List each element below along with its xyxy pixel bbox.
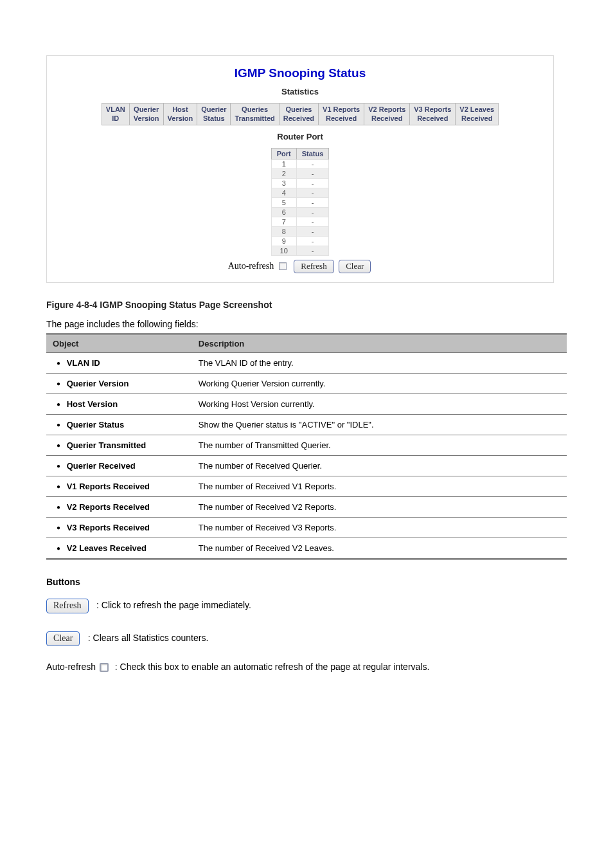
table-row: ● Querier VersionWorking Querier Version…	[46, 374, 567, 394]
table-row: 5-	[271, 197, 329, 207]
table-row: ● V2 Leaves ReceivedThe number of Receiv…	[46, 538, 567, 559]
refresh-button[interactable]: Refresh	[294, 260, 333, 274]
object-cell: ● Host Version	[46, 394, 192, 415]
status-cell: -	[296, 217, 329, 226]
desc-cell: The number of Received V2 Reports.	[192, 497, 567, 518]
object-cell: ● V3 Reports Received	[46, 518, 192, 538]
status-cell: -	[296, 188, 329, 197]
status-cell: -	[296, 159, 329, 168]
table-row: 10-	[271, 246, 329, 255]
stats-col: V2 Reports Received	[364, 104, 410, 125]
status-cell: -	[296, 168, 329, 178]
stats-col: VLAN ID	[102, 104, 129, 125]
router-col: Port	[271, 148, 296, 159]
desc-cell: The number of Received V2 Leaves.	[192, 538, 567, 559]
table-row: 3-	[271, 178, 329, 188]
stats-col: Querier Version	[129, 104, 163, 125]
table-row: ● V3 Reports ReceivedThe number of Recei…	[46, 518, 567, 538]
desc-cell: The number of Received V1 Reports.	[192, 476, 567, 497]
stats-col: V2 Leaves Received	[456, 104, 499, 125]
port-cell: 6	[271, 207, 296, 217]
port-cell: 1	[271, 159, 296, 168]
desc-cell: Working Host Version currently.	[192, 394, 567, 415]
router-col: Status	[296, 148, 329, 159]
status-cell: -	[296, 246, 329, 255]
table-row: 6-	[271, 207, 329, 217]
table-row: 2-	[271, 168, 329, 178]
status-cell: -	[296, 207, 329, 217]
buttons-heading: Buttons	[46, 577, 567, 587]
col-description: Description	[192, 334, 567, 353]
table-row: ● Querier ReceivedThe number of Received…	[46, 456, 567, 476]
router-port-table: PortStatus 1-2-3-4-5-6-7-8-9-10-	[271, 148, 330, 256]
statistics-heading: Statistics	[52, 87, 548, 96]
status-cell: -	[296, 178, 329, 188]
desc-cell: Show the Querier status is "ACTIVE" or "…	[192, 415, 567, 435]
table-row: 8-	[271, 226, 329, 236]
panel-title: IGMP Snooping Status	[52, 66, 548, 80]
port-cell: 3	[271, 178, 296, 188]
status-cell: -	[296, 226, 329, 236]
object-cell: ● Querier Status	[46, 415, 192, 435]
table-row: ● Querier StatusShow the Querier status …	[46, 415, 567, 435]
auto-refresh-label-doc: Auto-refresh	[46, 662, 96, 672]
auto-refresh-checkbox[interactable]	[279, 262, 287, 270]
table-row: ● VLAN IDThe VLAN ID of the entry.	[46, 353, 567, 374]
stats-col: Queries Transmitted	[231, 104, 279, 125]
port-cell: 2	[271, 168, 296, 178]
object-cell: ● Querier Version	[46, 374, 192, 394]
description-table: Object Description ● VLAN IDThe VLAN ID …	[46, 333, 567, 560]
object-cell: ● V1 Reports Received	[46, 476, 192, 497]
desc-cell: Working Querier Version currently.	[192, 374, 567, 394]
table-row: 4-	[271, 188, 329, 197]
clear-desc: : Clears all Statistics counters.	[88, 633, 209, 643]
stats-col: V1 Reports Received	[319, 104, 364, 125]
object-cell: ● V2 Reports Received	[46, 497, 192, 518]
stats-col: Host Version	[163, 104, 197, 125]
figure-caption: Figure 4-8-4 IGMP Snooping Status Page S…	[46, 300, 567, 310]
status-cell: -	[296, 197, 329, 207]
table-row: ● Host VersionWorking Host Version curre…	[46, 394, 567, 415]
table-row: ● V1 Reports ReceivedThe number of Recei…	[46, 476, 567, 497]
statistics-table: VLAN IDQuerier VersionHost VersionQuerie…	[102, 103, 499, 125]
port-cell: 8	[271, 226, 296, 236]
desc-cell: The VLAN ID of the entry.	[192, 353, 567, 374]
col-object: Object	[46, 334, 192, 353]
port-cell: 4	[271, 188, 296, 197]
clear-button-doc[interactable]: Clear	[46, 631, 80, 646]
intro-text: The page includes the following fields:	[46, 319, 567, 329]
router-port-heading: Router Port	[52, 132, 548, 141]
object-cell: ● Querier Received	[46, 456, 192, 476]
stats-col: Querier Status	[197, 104, 231, 125]
port-cell: 9	[271, 236, 296, 246]
table-row: 9-	[271, 236, 329, 246]
table-row: ● Querier TransmittedThe number of Trans…	[46, 435, 567, 456]
auto-refresh-checkbox-doc[interactable]	[100, 663, 109, 672]
desc-cell: The number of Received V3 Reports.	[192, 518, 567, 538]
refresh-desc: : Click to refresh the page immediately.	[96, 600, 251, 610]
auto-refresh-desc: : Check this box to enable an automatic …	[115, 662, 430, 672]
object-cell: ● VLAN ID	[46, 353, 192, 374]
stats-col: V3 Reports Received	[410, 104, 456, 125]
port-cell: 5	[271, 197, 296, 207]
clear-button[interactable]: Clear	[339, 260, 371, 274]
igmp-status-panel: IGMP Snooping Status Statistics VLAN IDQ…	[46, 55, 554, 283]
object-cell: ● Querier Transmitted	[46, 435, 192, 456]
table-row: 7-	[271, 217, 329, 226]
table-row: 1-	[271, 159, 329, 168]
table-row: ● V2 Reports ReceivedThe number of Recei…	[46, 497, 567, 518]
port-cell: 7	[271, 217, 296, 226]
refresh-button-doc[interactable]: Refresh	[46, 599, 89, 613]
status-cell: -	[296, 236, 329, 246]
object-cell: ● V2 Leaves Received	[46, 538, 192, 559]
desc-cell: The number of Received Querier.	[192, 456, 567, 476]
stats-col: Queries Received	[279, 104, 318, 125]
port-cell: 10	[271, 246, 296, 255]
desc-cell: The number of Transmitted Querier.	[192, 435, 567, 456]
auto-refresh-label: Auto-refresh	[228, 261, 274, 271]
